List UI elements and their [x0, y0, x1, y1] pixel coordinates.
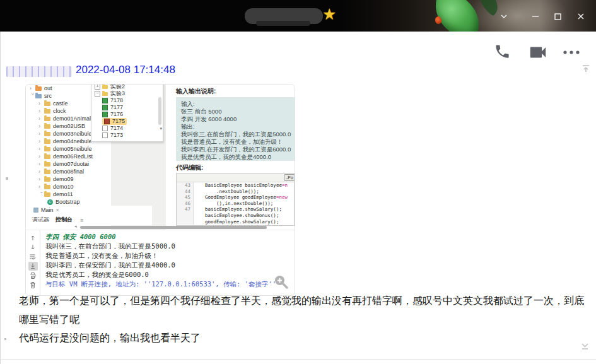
- code-editor[interactable]: -Fo 43 44 45 46 47 BasicE: [176, 173, 295, 226]
- tree-item-label: demo06RedList: [53, 153, 93, 160]
- title-bar[interactable]: ★: [0, 0, 596, 32]
- file-icon: [33, 208, 38, 213]
- collapse-minus-icon[interactable]: −: [95, 91, 100, 97]
- problem-id: 7175: [112, 118, 125, 125]
- print-icon[interactable]: [28, 271, 38, 280]
- line-number: 47: [177, 206, 193, 213]
- horizontal-scrollbar[interactable]: [80, 226, 267, 229]
- scroll-left-arrow-icon[interactable]: ◂: [74, 224, 77, 229]
- video-call-icon[interactable]: [529, 45, 547, 59]
- soft-wrap-icon[interactable]: [28, 252, 38, 261]
- format-button[interactable]: -Fo: [284, 174, 295, 181]
- run-console: 李四 保安 4000 6000 我叫张三，在前台部门，我的工资是5000.0 我…: [26, 230, 295, 296]
- status-fail-icon: [104, 119, 110, 124]
- chevron-right-icon: ›: [38, 122, 44, 130]
- popup-scrollbar[interactable]: [158, 97, 161, 125]
- zoom-in-magnifier-icon[interactable]: [273, 274, 289, 291]
- console-output-line: 我叫李四，在保安部门，我的工资是4000.0: [45, 261, 175, 270]
- tab-close-icon[interactable]: ×: [56, 207, 59, 213]
- problem-row[interactable]: 7176: [91, 111, 163, 118]
- line-number-gutter: 43 44 45 46 47: [177, 182, 194, 225]
- screenshot-image-message[interactable]: ›out ›src ›castle ›clock ›demo01Animal ›…: [25, 84, 295, 296]
- chevron-right-icon: ›: [30, 85, 35, 92]
- code-editor-body: 43 44 45 46 47 BasicEmployee basicEmploy…: [177, 182, 294, 225]
- status-empty-icon: [102, 126, 108, 131]
- tree-item-label: demo08final: [53, 168, 84, 175]
- tree-item-label: demo02USB: [53, 122, 85, 130]
- maximize-button[interactable]: [549, 8, 566, 25]
- popup-folder-row[interactable]: −实验3: [91, 90, 163, 97]
- code-line: goodEmployee.showSalary();: [194, 219, 294, 225]
- folder-icon: [44, 117, 50, 121]
- scroll-down-arrow-icon[interactable]: ▾: [160, 126, 162, 131]
- console-system-line: 与目标 VM 断开连接, 地址为: ''127.0.0.1:60533', 传输…: [45, 279, 276, 289]
- code-line: basicEmployee.showSalary();: [194, 206, 294, 213]
- problem-row-selected[interactable]: 7175: [91, 118, 163, 125]
- console-output-line: 我叫张三，在前台部门，我的工资是5000.0: [45, 242, 175, 251]
- scroll-to-end-icon[interactable]: [28, 262, 38, 271]
- chevron-right-icon: ›: [38, 115, 44, 122]
- folder-icon: [35, 86, 42, 91]
- problem-row[interactable]: 7178: [91, 97, 163, 104]
- line-number: 44: [177, 189, 193, 195]
- folder-icon: [44, 147, 50, 151]
- folder-icon: [35, 94, 42, 98]
- problem-id: 7176: [110, 111, 123, 118]
- jump-to-top-icon[interactable]: [581, 64, 590, 76]
- status-pass-icon: [102, 98, 108, 103]
- problem-row[interactable]: 7174: [91, 125, 163, 132]
- chevron-right-icon: ›: [38, 160, 44, 168]
- tab-debugger[interactable]: 调试器: [32, 216, 49, 224]
- star-icon: ★: [322, 5, 336, 23]
- popup-label: 实验2: [110, 84, 125, 90]
- problem-row[interactable]: 7173: [91, 132, 163, 139]
- code-lines: BasicEmployee basicEmployee=n .nextDoubl…: [194, 182, 294, 225]
- arrow-down-icon[interactable]: [28, 243, 38, 252]
- popup-label: 实验3: [110, 90, 125, 97]
- popup-folder-row[interactable]: +实验2: [91, 84, 163, 90]
- tree-item-label: Bootstrap: [56, 198, 80, 206]
- chevron-right-icon: ›: [38, 100, 44, 107]
- editor-tab-main[interactable]: Main: [41, 207, 54, 213]
- chevron-right-icon: ›: [38, 175, 44, 183]
- tree-item-label: demo04neibule: [53, 138, 92, 145]
- io-line: 李四 开发 6000 4000: [181, 115, 295, 123]
- judge-webpage-panel: 输入输出说明: 输入: 张三 前台 5000 李四 开发 6000 4000 输…: [166, 85, 295, 230]
- problem-id: 7173: [110, 132, 123, 139]
- status-pass-icon: [102, 112, 108, 117]
- folder-icon: [44, 192, 50, 197]
- io-line: 我是优秀员工，我的奖金是4000.0: [181, 153, 295, 161]
- input-area-divider: [0, 359, 596, 360]
- chevron-right-icon: ›: [38, 138, 44, 145]
- folder-icon: [44, 170, 50, 174]
- contact-name-censored: [245, 8, 323, 24]
- message-marker: [4, 338, 6, 340]
- problem-row[interactable]: 7177: [91, 104, 163, 111]
- code-line: (),in.nextDouble());: [194, 201, 294, 207]
- console-output-line: 我是普通员工，没有奖金，加油升级！: [45, 251, 158, 261]
- hamburger-menu-icon[interactable]: ≡: [80, 217, 83, 223]
- tree-item-label: demo10: [53, 183, 74, 191]
- tree-item-label: demo07duotai: [53, 160, 89, 168]
- tree-item-label: demo11: [53, 191, 73, 198]
- scroll-to-bottom-icon[interactable]: [580, 341, 590, 354]
- chevron-right-icon: ›: [38, 130, 44, 138]
- io-line: 输入:: [181, 100, 295, 108]
- tree-item-label: demo03neibule: [53, 130, 92, 138]
- folder-icon: [44, 155, 50, 159]
- tab-console[interactable]: 控制台: [56, 216, 73, 224]
- arrow-up-icon[interactable]: [28, 233, 38, 242]
- expand-plus-icon[interactable]: +: [95, 84, 100, 90]
- chevron-down-icon[interactable]: [496, 8, 512, 25]
- line-number: 43: [177, 182, 193, 189]
- tree-item-label: clock: [53, 107, 66, 115]
- trash-icon[interactable]: [28, 281, 38, 290]
- voice-call-icon[interactable]: [494, 43, 511, 60]
- chevron-right-icon: ›: [38, 183, 44, 191]
- chevron-right-icon: ›: [38, 145, 44, 153]
- console-toolbar: [26, 230, 40, 296]
- minimize-button[interactable]: [527, 8, 544, 25]
- more-ellipsis-icon[interactable]: [562, 49, 581, 56]
- close-button[interactable]: [573, 8, 589, 25]
- code-edit-title: 代码编辑:: [176, 163, 203, 172]
